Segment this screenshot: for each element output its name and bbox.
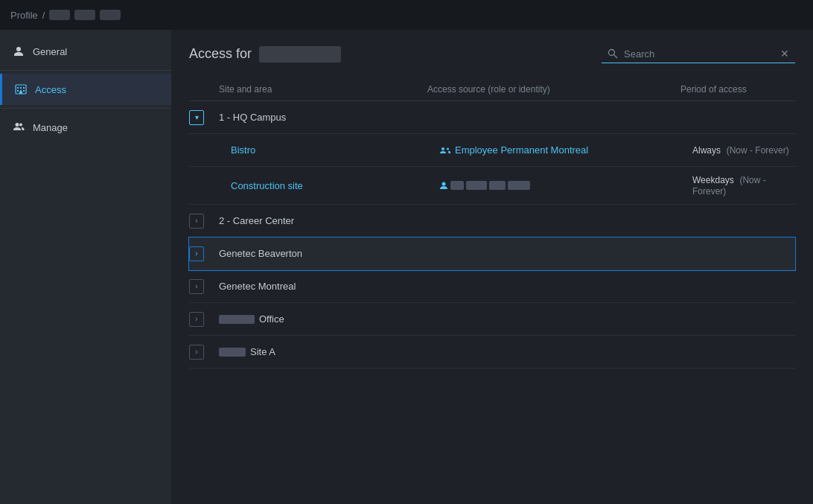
breadcrumb-pill-1 [49,10,70,20]
access-header: Access for ✕ [189,45,795,63]
table-row: ▾ 1 - HQ Campus [189,101,795,134]
site-link-construction[interactable]: Construction site [231,180,439,191]
col-access-source: Access source (role or identity) [427,84,680,95]
period-construction: Weekdays (Now - Forever) [692,174,795,197]
group-label-office-container: Office [219,313,427,325]
sidebar-divider-1 [0,70,171,71]
svg-rect-2 [20,87,22,89]
building-icon [14,83,28,96]
access-source-bistro-text: Employee Permanent Montreal [455,144,588,156]
group-label-hq: 1 - HQ Campus [219,112,427,123]
site-a-prefix-blur [219,348,246,357]
expand-button-hq-campus[interactable]: ▾ [189,110,204,125]
breadcrumb-separator: / [42,10,45,21]
period-bistro: Always (Now - Forever) [692,144,795,156]
svg-rect-5 [20,90,22,92]
person-icon-small [439,181,448,190]
period-bistro-detail: (Now - Forever) [727,145,789,156]
sidebar-label-manage: Manage [33,122,68,133]
expand-cell-montreal[interactable]: › [189,279,219,294]
expand-button-site-a[interactable]: › [189,345,204,360]
table-row: › 2 - Career Center [189,205,795,237]
sidebar-item-general[interactable]: General [0,36,171,67]
table-row: › Genetec Beaverton [189,237,795,270]
col-site-area: Site and area [219,84,427,95]
group-label-career: 2 - Career Center [219,215,427,226]
search-clear-button[interactable]: ✕ [780,48,789,60]
expand-button-genetec-montreal[interactable]: › [189,279,204,294]
sidebar: General Access [0,30,171,504]
period-construction-label: Weekdays [692,175,734,185]
construction-blur-1 [450,181,464,190]
search-box: ✕ [602,45,795,63]
construction-blur-3 [489,181,506,190]
svg-rect-4 [17,90,19,92]
table-row: Construction site Weekdays (Now - Foreve… [189,167,795,205]
access-for-label: Access for [189,46,252,62]
access-for-section: Access for [189,46,341,63]
expand-cell-career[interactable]: › [189,214,219,229]
table-row: › Office [189,303,795,336]
svg-point-8 [609,50,615,56]
site-link-bistro[interactable]: Bistro [231,144,439,156]
table-row: › Genetec Montreal [189,270,795,303]
svg-point-10 [442,182,446,186]
table-header: Site and area Access source (role or ide… [189,78,795,101]
breadcrumb-pill-3 [100,10,121,20]
expand-cell-site-a[interactable]: › [189,345,219,360]
top-bar: Profile / [0,0,813,30]
sidebar-label-general: General [33,46,67,57]
construction-blur-4 [508,181,530,190]
expand-button-career-center[interactable]: › [189,214,204,229]
expand-cell-office[interactable]: › [189,312,219,327]
table-row: › Site A [189,336,795,369]
svg-line-9 [614,55,617,58]
person-icon [12,45,25,58]
svg-rect-1 [17,87,19,89]
access-for-name-blurred [259,46,341,63]
group-label-site-a-container: Site A [219,346,427,357]
sidebar-item-manage[interactable]: Manage [0,112,171,143]
main-content: Access for ✕ Site and area Access source… [171,30,813,504]
table-row: Bistro Employee Permanent Montreal Alway… [189,134,795,167]
group-label-montreal: Genetec Montreal [219,281,427,292]
svg-rect-3 [23,87,25,89]
group-label-office: Office [259,313,284,325]
group-label-site-a: Site A [250,346,275,357]
person-group-icon [12,121,25,134]
expand-cell[interactable]: ▾ [189,110,219,125]
expand-button-genetec-beaverton[interactable]: › [189,246,204,261]
breadcrumb-pill-2 [74,10,95,20]
period-bistro-label: Always [692,145,721,156]
col-period: Period of access [680,84,795,95]
sidebar-divider-2 [0,108,171,109]
construction-blur-2 [466,181,487,190]
search-icon [608,48,618,59]
access-source-bistro: Employee Permanent Montreal [439,144,692,156]
office-prefix-blur [219,315,255,324]
access-table: Site and area Access source (role or ide… [189,78,795,369]
access-source-construction [439,181,692,190]
app-layout: General Access [0,30,813,504]
sidebar-item-access[interactable]: Access [0,74,171,105]
sidebar-label-access: Access [35,84,66,95]
group-label-beaverton: Genetec Beaverton [219,248,427,259]
svg-rect-7 [19,92,22,94]
expand-cell-beaverton[interactable]: › [189,246,219,261]
breadcrumb-profile: Profile [10,10,38,21]
group-icon [439,146,450,155]
expand-button-office[interactable]: › [189,312,204,327]
svg-rect-6 [23,90,25,92]
search-input[interactable] [624,48,774,60]
